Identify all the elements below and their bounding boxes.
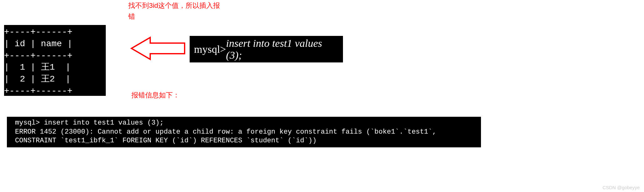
tbl-border-top: +----+------+ — [4, 27, 72, 37]
annotation-top: 找不到3id这个值，所以插入报 错 — [128, 0, 232, 22]
command-sql: insert into test1 values (3); — [226, 37, 339, 61]
tbl-row1: | 1 | 王1 | — [4, 62, 71, 72]
mysql-table-output: +----+------+ | id | name | +----+------… — [4, 25, 106, 96]
tbl-border-mid: +----+------+ — [4, 51, 72, 61]
arrow-left-icon — [130, 34, 186, 62]
annotation-top-line1: 找不到3id这个值，所以插入报 — [128, 2, 220, 9]
command-prompt: mysql> — [194, 43, 226, 55]
mysql-command: mysql> insert into test1 values (3); — [190, 36, 343, 62]
tbl-header: | id | name | — [4, 39, 72, 49]
annotation-mid: 报错信息如下： — [131, 90, 180, 101]
watermark: CSDN @gobeyye — [602, 185, 640, 190]
tbl-row2: | 2 | 王2 | — [4, 74, 71, 84]
svg-marker-0 — [131, 37, 185, 59]
mysql-error-output: mysql> insert into test1 values (3); ERR… — [7, 117, 481, 147]
tbl-border-bot: +----+------+ — [4, 86, 72, 96]
annotation-top-line2: 错 — [128, 12, 135, 20]
